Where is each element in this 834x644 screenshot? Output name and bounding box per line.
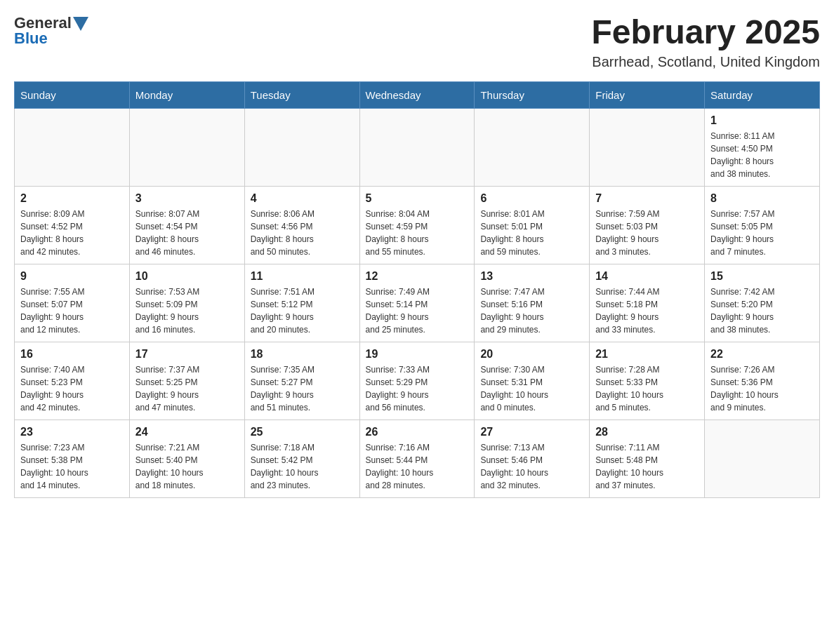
- day-info: Sunrise: 8:06 AM Sunset: 4:56 PM Dayligh…: [251, 208, 354, 258]
- header-day-saturday: Saturday: [705, 81, 820, 108]
- calendar-cell: [705, 420, 820, 497]
- day-number: 12: [366, 270, 469, 283]
- day-info: Sunrise: 7:59 AM Sunset: 5:03 PM Dayligh…: [595, 208, 699, 258]
- calendar-cell: 15Sunrise: 7:42 AM Sunset: 5:20 PM Dayli…: [705, 264, 820, 342]
- logo: General Blue: [14, 14, 88, 48]
- day-info: Sunrise: 7:53 AM Sunset: 5:09 PM Dayligh…: [135, 286, 239, 336]
- svg-marker-0: [73, 17, 88, 31]
- calendar-cell: 14Sunrise: 7:44 AM Sunset: 5:18 PM Dayli…: [590, 264, 705, 342]
- day-info: Sunrise: 8:09 AM Sunset: 4:52 PM Dayligh…: [20, 208, 124, 258]
- day-number: 8: [710, 192, 814, 205]
- day-number: 22: [710, 348, 814, 361]
- day-number: 21: [595, 348, 699, 361]
- calendar-cell: 7Sunrise: 7:59 AM Sunset: 5:03 PM Daylig…: [590, 186, 705, 264]
- week-row-5: 23Sunrise: 7:23 AM Sunset: 5:38 PM Dayli…: [15, 420, 820, 497]
- day-number: 16: [20, 348, 124, 361]
- calendar-cell: 9Sunrise: 7:55 AM Sunset: 5:07 PM Daylig…: [15, 264, 130, 342]
- calendar-cell: 25Sunrise: 7:18 AM Sunset: 5:42 PM Dayli…: [244, 420, 359, 497]
- calendar-cell: 21Sunrise: 7:28 AM Sunset: 5:33 PM Dayli…: [590, 342, 705, 420]
- calendar-cell: 13Sunrise: 7:47 AM Sunset: 5:16 PM Dayli…: [475, 264, 590, 342]
- calendar-cell: 24Sunrise: 7:21 AM Sunset: 5:40 PM Dayli…: [129, 420, 244, 497]
- day-info: Sunrise: 7:55 AM Sunset: 5:07 PM Dayligh…: [20, 286, 124, 336]
- calendar-cell: 6Sunrise: 8:01 AM Sunset: 5:01 PM Daylig…: [475, 186, 590, 264]
- day-number: 28: [595, 426, 699, 438]
- calendar-cell: [15, 108, 130, 186]
- calendar-cell: 27Sunrise: 7:13 AM Sunset: 5:46 PM Dayli…: [475, 420, 590, 497]
- calendar-cell: 3Sunrise: 8:07 AM Sunset: 4:54 PM Daylig…: [129, 186, 244, 264]
- day-info: Sunrise: 7:23 AM Sunset: 5:38 PM Dayligh…: [20, 441, 124, 492]
- day-info: Sunrise: 8:07 AM Sunset: 4:54 PM Dayligh…: [135, 208, 239, 258]
- day-info: Sunrise: 8:04 AM Sunset: 4:59 PM Dayligh…: [366, 208, 469, 258]
- calendar-cell: 12Sunrise: 7:49 AM Sunset: 5:14 PM Dayli…: [359, 264, 475, 342]
- day-info: Sunrise: 7:28 AM Sunset: 5:33 PM Dayligh…: [595, 363, 699, 414]
- day-info: Sunrise: 7:16 AM Sunset: 5:44 PM Dayligh…: [366, 441, 469, 492]
- day-number: 10: [135, 270, 239, 283]
- day-info: Sunrise: 7:49 AM Sunset: 5:14 PM Dayligh…: [366, 286, 469, 336]
- day-number: 24: [135, 426, 239, 438]
- header-day-monday: Monday: [129, 81, 244, 108]
- calendar-cell: 19Sunrise: 7:33 AM Sunset: 5:29 PM Dayli…: [359, 342, 475, 420]
- month-title: February 2025: [591, 14, 820, 51]
- calendar-cell: 23Sunrise: 7:23 AM Sunset: 5:38 PM Dayli…: [15, 420, 130, 497]
- calendar-cell: 4Sunrise: 8:06 AM Sunset: 4:56 PM Daylig…: [244, 186, 359, 264]
- day-info: Sunrise: 7:37 AM Sunset: 5:25 PM Dayligh…: [135, 363, 239, 414]
- day-info: Sunrise: 7:57 AM Sunset: 5:05 PM Dayligh…: [710, 208, 814, 258]
- day-number: 5: [366, 192, 469, 205]
- day-info: Sunrise: 7:18 AM Sunset: 5:42 PM Dayligh…: [251, 441, 354, 492]
- calendar-cell: [475, 108, 590, 186]
- header-row: SundayMondayTuesdayWednesdayThursdayFrid…: [15, 81, 820, 108]
- calendar-body: 1Sunrise: 8:11 AM Sunset: 4:50 PM Daylig…: [15, 108, 820, 497]
- day-number: 2: [20, 192, 124, 205]
- day-info: Sunrise: 8:11 AM Sunset: 4:50 PM Dayligh…: [710, 130, 814, 180]
- calendar-cell: [129, 108, 244, 186]
- calendar-cell: 8Sunrise: 7:57 AM Sunset: 5:05 PM Daylig…: [705, 186, 820, 264]
- day-number: 15: [710, 270, 814, 283]
- header-day-wednesday: Wednesday: [359, 81, 475, 108]
- day-number: 18: [251, 348, 354, 361]
- day-number: 11: [251, 270, 354, 283]
- calendar-cell: 1Sunrise: 8:11 AM Sunset: 4:50 PM Daylig…: [705, 108, 820, 186]
- calendar-cell: 26Sunrise: 7:16 AM Sunset: 5:44 PM Dayli…: [359, 420, 475, 497]
- day-number: 7: [595, 192, 699, 205]
- day-number: 23: [20, 426, 124, 438]
- week-row-3: 9Sunrise: 7:55 AM Sunset: 5:07 PM Daylig…: [15, 264, 820, 342]
- day-number: 14: [595, 270, 699, 283]
- calendar-cell: 20Sunrise: 7:30 AM Sunset: 5:31 PM Dayli…: [475, 342, 590, 420]
- title-section: February 2025 Barrhead, Scotland, United…: [591, 14, 820, 70]
- week-row-2: 2Sunrise: 8:09 AM Sunset: 4:52 PM Daylig…: [15, 186, 820, 264]
- day-info: Sunrise: 7:40 AM Sunset: 5:23 PM Dayligh…: [20, 363, 124, 414]
- page-header: General Blue February 2025 Barrhead, Sco…: [14, 14, 820, 70]
- day-number: 4: [251, 192, 354, 205]
- day-info: Sunrise: 7:51 AM Sunset: 5:12 PM Dayligh…: [251, 286, 354, 336]
- day-number: 1: [710, 114, 814, 127]
- day-number: 26: [366, 426, 469, 438]
- calendar-cell: 2Sunrise: 8:09 AM Sunset: 4:52 PM Daylig…: [15, 186, 130, 264]
- day-info: Sunrise: 7:42 AM Sunset: 5:20 PM Dayligh…: [710, 286, 814, 336]
- calendar-header: SundayMondayTuesdayWednesdayThursdayFrid…: [15, 81, 820, 108]
- day-info: Sunrise: 7:30 AM Sunset: 5:31 PM Dayligh…: [480, 363, 583, 414]
- day-number: 25: [251, 426, 354, 438]
- calendar-cell: 17Sunrise: 7:37 AM Sunset: 5:25 PM Dayli…: [129, 342, 244, 420]
- calendar-cell: [359, 108, 475, 186]
- header-day-thursday: Thursday: [475, 81, 590, 108]
- calendar-cell: [590, 108, 705, 186]
- day-number: 13: [480, 270, 583, 283]
- day-info: Sunrise: 8:01 AM Sunset: 5:01 PM Dayligh…: [480, 208, 583, 258]
- day-number: 6: [480, 192, 583, 205]
- calendar-cell: 5Sunrise: 8:04 AM Sunset: 4:59 PM Daylig…: [359, 186, 475, 264]
- day-info: Sunrise: 7:21 AM Sunset: 5:40 PM Dayligh…: [135, 441, 239, 492]
- day-info: Sunrise: 7:13 AM Sunset: 5:46 PM Dayligh…: [480, 441, 583, 492]
- day-number: 9: [20, 270, 124, 283]
- calendar-cell: 10Sunrise: 7:53 AM Sunset: 5:09 PM Dayli…: [129, 264, 244, 342]
- calendar-cell: 11Sunrise: 7:51 AM Sunset: 5:12 PM Dayli…: [244, 264, 359, 342]
- day-number: 20: [480, 348, 583, 361]
- calendar-cell: [244, 108, 359, 186]
- day-info: Sunrise: 7:44 AM Sunset: 5:18 PM Dayligh…: [595, 286, 699, 336]
- calendar-cell: 28Sunrise: 7:11 AM Sunset: 5:48 PM Dayli…: [590, 420, 705, 497]
- header-day-sunday: Sunday: [15, 81, 130, 108]
- week-row-4: 16Sunrise: 7:40 AM Sunset: 5:23 PM Dayli…: [15, 342, 820, 420]
- header-day-tuesday: Tuesday: [244, 81, 359, 108]
- week-row-1: 1Sunrise: 8:11 AM Sunset: 4:50 PM Daylig…: [15, 108, 820, 186]
- calendar-cell: 22Sunrise: 7:26 AM Sunset: 5:36 PM Dayli…: [705, 342, 820, 420]
- logo-arrow-icon: [73, 17, 88, 31]
